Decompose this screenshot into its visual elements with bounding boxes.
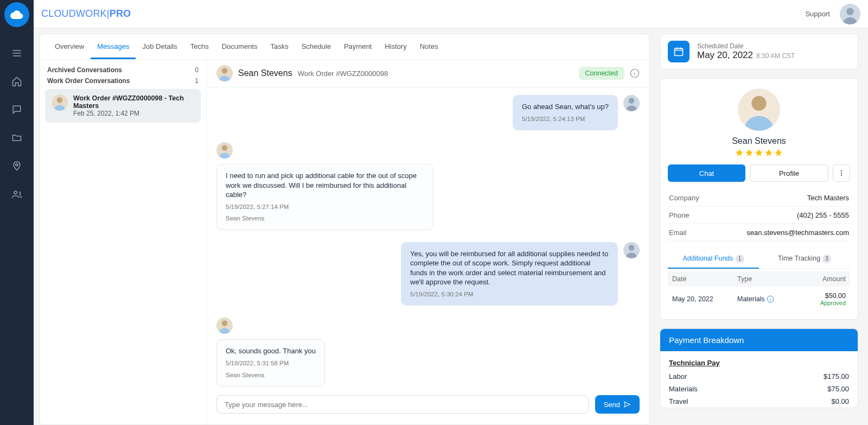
tab-documents[interactable]: Documents [215, 34, 264, 59]
chat-avatar [216, 65, 233, 81]
company-value: Tech Masters [807, 194, 849, 202]
compose-row: Send [207, 386, 649, 424]
subtab-additional-funds[interactable]: Additional Funds1 [668, 249, 759, 269]
app-logo [4, 2, 29, 27]
tab-messages[interactable]: Messages [91, 34, 136, 59]
more-button[interactable] [833, 164, 850, 182]
message: Ok, sounds good. Thank you5/19/2022, 5:3… [216, 318, 640, 386]
send-button[interactable]: Send [595, 395, 640, 414]
sender-avatar [623, 95, 640, 111]
location-icon[interactable] [0, 152, 34, 180]
rating-stars [735, 148, 783, 157]
chat-header: Sean Stevens Work Order #WGZZ0000098 Con… [207, 60, 649, 87]
archived-label: Archived Conversations [47, 66, 122, 74]
scheduled-date-card: Scheduled Date May 20, 20228:30 AM CST [660, 34, 858, 69]
sched-time: 8:30 AM CST [756, 52, 795, 60]
tt-count: 3 [822, 255, 831, 263]
message-text: Yes, you will be reimbursed for all addi… [410, 249, 609, 287]
message-text: Go ahead Sean, what's up? [522, 102, 609, 112]
star-icon [764, 148, 773, 157]
topbar: CLOUDWORK|PRO Support [34, 0, 868, 28]
phone-value: (402) 255 - 5555 [797, 211, 849, 219]
wo-convo-label: Work Order Conversations [47, 77, 130, 85]
conversation-title: Work Order #WGZZ0000098 - Tech Masters [73, 94, 194, 110]
brand: CLOUDWORK|PRO [41, 8, 131, 20]
payment-title: Payment Breakdown [660, 329, 858, 351]
svg-point-0 [16, 163, 18, 166]
message-meta: 5/19/2022, 5:30:24 PM [410, 290, 609, 299]
tech-avatar [52, 94, 68, 111]
message-sender: Sean Stevens [226, 371, 316, 380]
phone-label: Phone [669, 211, 690, 219]
home-icon[interactable] [0, 67, 34, 96]
sched-label: Scheduled Date [697, 42, 795, 50]
star-icon [755, 148, 763, 157]
svg-point-16 [222, 321, 228, 327]
tab-tasks[interactable]: Tasks [264, 34, 295, 59]
message-sender: Sean Stevens [226, 214, 424, 223]
support-link[interactable]: Support [805, 10, 830, 18]
materials-value: $75.00 [827, 385, 849, 393]
nav-rail [0, 0, 34, 425]
svg-point-24 [841, 170, 842, 172]
af-count: 1 [736, 255, 744, 263]
tab-schedule[interactable]: Schedule [295, 34, 337, 59]
materials-label: Materials [669, 385, 698, 393]
work-order-card: Overview Messages Job Details Techs Docu… [39, 34, 650, 425]
tab-notes[interactable]: Notes [413, 34, 445, 59]
payment-card: Payment Breakdown Technician Pay Labor$1… [660, 328, 858, 408]
sched-date: May 20, 2022 [697, 50, 753, 60]
tab-techs[interactable]: Techs [184, 34, 215, 59]
svg-point-5 [57, 97, 63, 103]
message: Go ahead Sean, what's up?5/19/2022, 5:24… [216, 95, 640, 130]
star-icon [735, 148, 744, 157]
message-text: Ok, sounds good. Thank you [226, 346, 316, 356]
svg-point-1 [14, 191, 17, 194]
menu-icon[interactable] [0, 39, 34, 67]
cell-amount: $50.00 [792, 292, 846, 300]
subtab-time-tracking[interactable]: Time Tracking3 [759, 249, 850, 269]
star-icon [774, 148, 783, 157]
col-amount: Amount [792, 275, 846, 283]
folder-icon[interactable] [0, 124, 34, 152]
message-list: Go ahead Sean, what's up?5/19/2022, 5:24… [207, 87, 649, 386]
calendar-icon [668, 41, 690, 62]
col-type: Type [737, 275, 792, 283]
chat-icon[interactable] [0, 96, 34, 124]
tab-job-details[interactable]: Job Details [136, 34, 183, 59]
profile-avatar [738, 88, 780, 131]
conversation-list: Archived Conversations0 Work Order Conve… [40, 60, 207, 424]
svg-point-25 [841, 173, 842, 174]
profile-card: Sean Stevens Chat Profile Compa [660, 78, 858, 320]
send-icon [623, 401, 631, 408]
people-icon[interactable] [0, 180, 34, 208]
company-label: Company [669, 194, 699, 202]
message: I need to run and pick up additional cab… [216, 142, 640, 230]
travel-label: Travel [669, 397, 688, 405]
info-icon[interactable] [630, 68, 640, 78]
status-badge: Connected [579, 67, 624, 80]
tab-overview[interactable]: Overview [48, 34, 91, 59]
user-avatar[interactable] [840, 4, 860, 24]
tab-payment[interactable]: Payment [337, 34, 378, 59]
cell-type: Materials [737, 295, 792, 303]
message-meta: 5/19/2022, 5:31:58 PM [226, 359, 316, 368]
email-label: Email [669, 229, 687, 237]
message-input[interactable] [216, 395, 589, 414]
cell-date: May 20, 2022 [672, 295, 737, 303]
conversation-item[interactable]: Work Order #WGZZ0000098 - Tech Masters F… [45, 89, 201, 123]
message-text: I need to run and pick up additional cab… [226, 171, 424, 200]
tabs: Overview Messages Job Details Techs Docu… [40, 34, 649, 60]
email-value: sean.stevens@techmasters.com [746, 229, 849, 237]
svg-rect-21 [675, 48, 683, 55]
tech-pay-heading: Technician Pay [669, 357, 849, 370]
info-icon[interactable] [767, 295, 774, 303]
chat-name: Sean Stevens [238, 68, 292, 78]
message-meta: 5/19/2022, 5:24:13 PM [522, 115, 609, 124]
svg-point-10 [629, 98, 635, 104]
svg-point-12 [222, 145, 228, 151]
profile-button[interactable]: Profile [750, 164, 828, 182]
tab-history[interactable]: History [378, 34, 413, 59]
chat-button[interactable]: Chat [668, 164, 745, 182]
funds-table: Date Type Amount May 20, 2022 Materials … [668, 271, 850, 312]
